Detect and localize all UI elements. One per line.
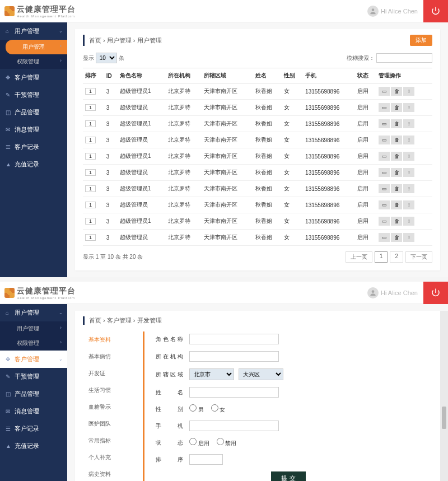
delete-button[interactable]: 🗑	[391, 233, 402, 242]
warn-button[interactable]: !	[403, 152, 414, 161]
edit-button[interactable]: ▭	[379, 168, 390, 177]
delete-button[interactable]: 🗑	[391, 136, 402, 144]
logo-icon	[4, 6, 15, 16]
sort-input[interactable]: 1	[85, 218, 96, 225]
select-city[interactable]: 北京市	[189, 368, 234, 380]
edit-button[interactable]: ▭	[379, 87, 390, 96]
col-7: 手机	[303, 68, 355, 83]
delete-button[interactable]: 🗑	[391, 168, 402, 177]
warn-button[interactable]: !	[403, 168, 414, 177]
radio-disable[interactable]: 禁用	[217, 440, 237, 446]
input-org[interactable]	[189, 351, 279, 362]
show-prefix: 显示	[83, 55, 94, 61]
sort-input[interactable]: 1	[85, 88, 96, 95]
search-input[interactable]	[376, 53, 432, 63]
warn-button[interactable]: !	[403, 103, 414, 112]
add-button[interactable]: 添加	[410, 35, 432, 46]
page-2[interactable]: 2	[390, 251, 403, 263]
delete-button[interactable]: 🗑	[391, 217, 402, 226]
sidebar-item-6[interactable]: ▲充值记录	[0, 437, 67, 455]
sidebar-item-4[interactable]: ✉消息管理	[0, 403, 67, 420]
user-info[interactable]: Hi Alice Chen	[367, 287, 418, 298]
submenu-item-0[interactable]: 用户管理›	[6, 40, 67, 54]
warn-button[interactable]: !	[403, 233, 414, 242]
sidebar-item-3[interactable]: ◫产品管理	[0, 104, 67, 121]
delete-button[interactable]: 🗑	[391, 152, 402, 161]
input-phone[interactable]	[189, 421, 279, 431]
scrollbar[interactable]	[440, 311, 448, 481]
form-tab-4[interactable]: 血糖警示	[83, 399, 143, 415]
edit-button[interactable]: ▭	[379, 103, 390, 112]
svg-point-1	[372, 290, 375, 293]
delete-button[interactable]: 🗑	[391, 119, 402, 128]
edit-button[interactable]: ▭	[379, 119, 390, 128]
edit-button[interactable]: ▭	[379, 217, 390, 226]
sidebar-item-2[interactable]: ✎干预管理	[0, 368, 67, 385]
breadcrumb-text: 首页 › 用户管理 › 用户管理	[89, 36, 162, 45]
warn-button[interactable]: !	[403, 200, 414, 209]
sidebar-item-2[interactable]: ✎干预管理	[0, 86, 67, 104]
form-tab-8[interactable]: 病史资料	[83, 466, 143, 481]
sort-input[interactable]: 1	[85, 120, 96, 127]
submenu-item-1[interactable]: 权限管理›	[0, 54, 67, 69]
submenu-item-0[interactable]: 用户管理›	[0, 321, 67, 336]
radio-female[interactable]: 女	[211, 407, 226, 413]
sidebar-item-5[interactable]: ☰客户记录	[0, 138, 67, 156]
power-button[interactable]	[423, 0, 448, 22]
delete-button[interactable]: 🗑	[391, 87, 402, 96]
sidebar-item-3[interactable]: ◫产品管理	[0, 385, 67, 403]
sort-input[interactable]: 1	[85, 185, 96, 192]
input-name[interactable]	[189, 387, 279, 398]
menu-icon: ▲	[6, 443, 11, 449]
sidebar-item-1[interactable]: ✥客户管理⌄	[0, 351, 67, 368]
warn-button[interactable]: !	[403, 136, 414, 144]
prev-page[interactable]: 上一页	[346, 251, 372, 263]
edit-button[interactable]: ▭	[379, 200, 390, 209]
form-tab-5[interactable]: 医护团队	[83, 415, 143, 432]
radio-enable[interactable]: 启用	[189, 440, 209, 446]
sidebar-item-5[interactable]: ☰客户记录	[0, 420, 67, 437]
form-tab-2[interactable]: 开发证	[83, 365, 143, 382]
sort-input[interactable]: 1	[85, 153, 96, 160]
form-tab-1[interactable]: 基本病情	[83, 348, 143, 365]
submit-button[interactable]: 提 交	[271, 471, 305, 481]
radio-male[interactable]: 男	[189, 407, 204, 413]
form-tab-3[interactable]: 生活习惯	[83, 382, 143, 399]
warn-button[interactable]: !	[403, 87, 414, 96]
page-size-select[interactable]: 10	[96, 53, 117, 63]
sidebar-item-6[interactable]: ▲充值记录	[0, 156, 67, 173]
select-district[interactable]: 大兴区	[239, 368, 283, 380]
sidebar-item-0[interactable]: ⌂用户管理⌄	[0, 304, 67, 321]
user-info[interactable]: Hi Alice Chen	[367, 6, 418, 17]
input-sort[interactable]	[189, 454, 223, 465]
sidebar-item-1[interactable]: ✥客户管理	[0, 69, 67, 86]
sort-input[interactable]: 1	[85, 169, 96, 176]
edit-button[interactable]: ▭	[379, 152, 390, 161]
sort-input[interactable]: 1	[85, 234, 96, 241]
sidebar-item-0[interactable]: ⌂用户管理⌄	[0, 22, 67, 40]
page-1[interactable]: 1	[375, 251, 388, 263]
edit-button[interactable]: ▭	[379, 233, 390, 242]
input-role[interactable]	[189, 334, 279, 344]
delete-button[interactable]: 🗑	[391, 184, 402, 193]
submenu-item-1[interactable]: 权限管理›	[0, 336, 67, 351]
warn-button[interactable]: !	[403, 217, 414, 226]
next-page[interactable]: 下一页	[405, 251, 432, 263]
cell-role: 超级管理员1	[118, 148, 166, 165]
label-phone: 手 机	[156, 422, 189, 430]
power-button[interactable]	[423, 282, 448, 304]
form-tab-6[interactable]: 常用指标	[83, 432, 143, 449]
form-tab-7[interactable]: 个人补充	[83, 449, 143, 466]
scroll-thumb[interactable]	[442, 407, 446, 429]
delete-button[interactable]: 🗑	[391, 103, 402, 112]
warn-button[interactable]: !	[403, 119, 414, 128]
warn-button[interactable]: !	[403, 184, 414, 193]
sort-input[interactable]: 1	[85, 137, 96, 143]
edit-button[interactable]: ▭	[379, 184, 390, 193]
edit-button[interactable]: ▭	[379, 136, 390, 144]
form-tab-0[interactable]: 基本资料	[83, 331, 143, 348]
sort-input[interactable]: 1	[85, 202, 96, 208]
sort-input[interactable]: 1	[85, 104, 96, 111]
delete-button[interactable]: 🗑	[391, 200, 402, 209]
sidebar-item-4[interactable]: ✉消息管理	[0, 121, 67, 138]
